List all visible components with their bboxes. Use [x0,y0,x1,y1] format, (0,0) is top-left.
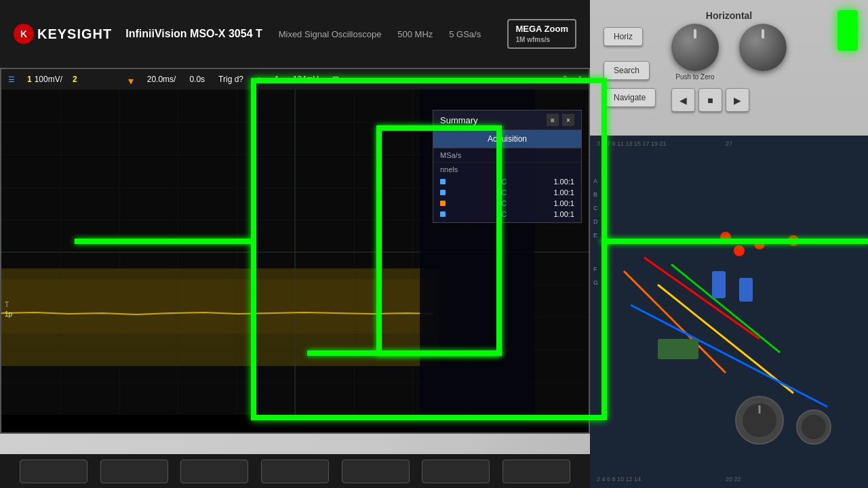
summary-header: Summary ≡ × [433,110,581,130]
time-offset: 0.0s [189,75,205,84]
search-button[interactable]: Search [604,61,650,80]
ch1-label: 1 100mV/ [27,75,62,84]
ch3-indicator [440,201,446,206]
svg-text:G: G [593,279,598,286]
push-zero-label: Push to Zero [671,73,719,81]
ch4-label: 4 [577,75,582,84]
svg-text:B: B [593,191,597,198]
bottom-btn-6[interactable] [422,460,490,483]
ch2-label: 2 [73,75,77,84]
model-info: InfiniiVision MSO-X 3054 T Mixed Signal … [125,28,481,40]
brand-name: KEYSIGHT [37,26,112,42]
horizontal-label: Horizontal [706,10,752,21]
ch4-indicator [440,211,446,217]
ch1-dc: DC [496,178,507,186]
screen-top-bar: ☰ 1 100mV/ 2 ▾ 20.0ms/ 0.0s Trig d? ↕ 1 … [1,69,589,89]
mega-zoom-badge: MEGA Zoom 1M wfms/s [507,19,576,49]
ch4-dc: DC [496,210,507,218]
svg-rect-16 [712,271,726,298]
nav-stop-button[interactable]: ■ [698,88,722,112]
trigger-marker: ▾ [128,75,134,80]
keysight-logo: K KEYSIGHT [14,24,112,44]
ch3-label: 3 [563,75,568,84]
ch2-dc: DC [496,188,507,197]
oscilloscope-body: K KEYSIGHT InfiniiVision MSO-X 3054 T Mi… [0,0,868,488]
summary-icons: ≡ × [547,114,574,126]
svg-point-15 [734,245,745,256]
trigger-level-marker: T [5,301,9,308]
ch-num-display: 1 [275,75,279,84]
breadboard-area: 3 5 7 9 11 13 15 17 19 21 27 2 4 6 8 10 … [590,136,868,488]
svg-text:20 22: 20 22 [726,476,741,483]
bottom-buttons [0,454,590,488]
trigger-arrow: ↕ [257,75,261,84]
svg-point-14 [788,235,799,246]
summary-close-icon[interactable]: × [562,114,574,126]
trigger-info: Trig d? [218,75,243,84]
second-knob-area [739,24,787,71]
summary-menu-icon[interactable]: ≡ [547,114,559,126]
channel-row-2: DC 1.00:1 [440,187,574,198]
svg-point-12 [720,232,731,243]
ch1-val: 1.00:1 [553,178,574,186]
svg-text:F: F [593,266,597,272]
right-panel: Horizontal Horiz Search Push to Zero Nav… [590,0,868,488]
nav-arrows: ◀ ■ ▶ [671,88,749,112]
svg-rect-17 [739,278,753,302]
bottom-btn-3[interactable] [180,460,248,483]
svg-text:27: 27 [726,140,732,147]
horiz-knob-area: Push to Zero [671,24,719,81]
svg-text:A: A [593,178,597,184]
navigate-button[interactable]: Navigate [604,88,656,107]
time-div: 20.0ms/ [147,75,176,84]
bottom-btn-5[interactable] [342,460,410,483]
scope-marker: 1p [5,310,12,318]
grid-icon: ⊞ [332,75,339,84]
green-led [837,10,858,51]
keysight-icon: K [14,24,34,44]
horiz-knob[interactable] [671,24,719,71]
bottom-btn-1[interactable] [20,460,87,483]
second-knob[interactable] [739,24,787,71]
svg-text:D: D [593,218,598,225]
specs-type: Mixed Signal Oscilloscope [279,29,382,39]
channels-section: nnels DC 1.00:1 DC 1.00:1 DC 1.00: [433,163,581,222]
bottom-btn-7[interactable] [502,460,570,483]
channels-title: nnels [440,165,574,174]
summary-title: Summary [440,115,478,125]
svg-rect-18 [658,339,698,359]
nav-left-arrow[interactable]: ◀ [671,88,695,112]
menu-icon[interactable]: ☰ [8,75,15,84]
top-header: K KEYSIGHT InfiniiVision MSO-X 3054 T Mi… [0,0,590,68]
svg-text:C: C [593,205,598,211]
svg-point-34 [802,415,826,439]
specs-sample: 5 GSa/s [449,29,481,39]
nav-right-arrow[interactable]: ▶ [726,88,749,112]
svg-point-13 [754,239,765,249]
ch4-val: 1.00:1 [553,210,574,218]
bottom-btn-4[interactable] [261,460,329,483]
screen-center-info: ▾ 20.0ms/ 0.0s Trig d? ↕ 1 134mV ⊞ [128,75,339,84]
svg-rect-3 [1,279,433,333]
search-button-area: Search [604,61,650,80]
svg-text:E: E [593,232,597,239]
ch2-indicator [440,190,446,195]
ch2-val: 1.00:1 [553,188,574,197]
horiz-button-area: Horiz [604,27,643,46]
svg-text:3 5 7 9 11 13 15 17 19 21: 3 5 7 9 11 13 15 17 19 21 [597,140,667,147]
ch3-dc: DC [496,199,507,207]
waveform-display: 1p T Summary ≡ × Acquisition MSa/s [1,89,589,415]
sample-rate: MSa/s [433,148,581,163]
ch1-indicator [440,179,446,184]
screen-area: ☰ 1 100mV/ 2 ▾ 20.0ms/ 0.0s Trig d? ↕ 1 … [0,68,590,434]
channel-row-4: DC 1.00:1 [440,209,574,220]
svg-text:2 4 6 8 10 12 14: 2 4 6 8 10 12 14 [597,476,641,483]
channel-row-1: DC 1.00:1 [440,176,574,187]
acquisition-tab[interactable]: Acquisition [433,130,581,148]
voltage-info: 134mV [293,75,319,84]
bottom-btn-2[interactable] [100,460,168,483]
horiz-button[interactable]: Horiz [604,27,643,46]
ch3-val: 1.00:1 [553,199,574,207]
summary-panel: Summary ≡ × Acquisition MSa/s nnels DC 1… [433,110,582,223]
breadboard-svg: 3 5 7 9 11 13 15 17 19 21 27 2 4 6 8 10 … [590,136,868,488]
